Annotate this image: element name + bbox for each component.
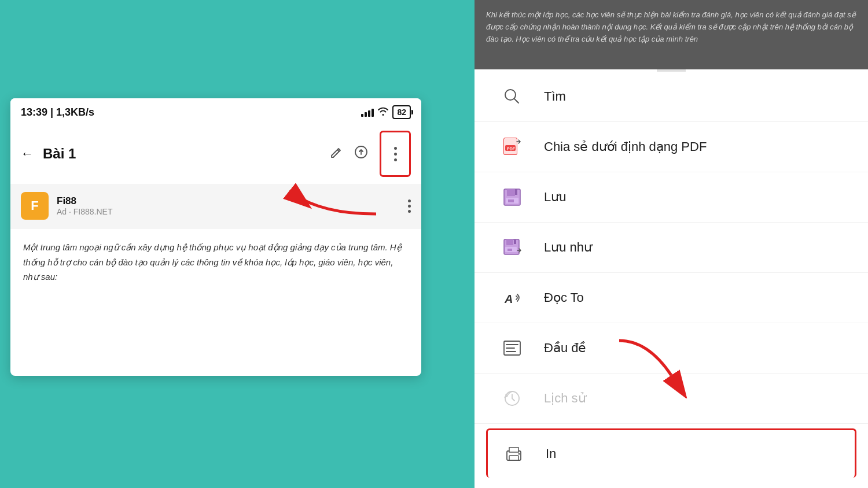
ad-bar: F Fi88 Ad · FI888.NET — [10, 184, 421, 228]
menu-item-chia-se-pdf[interactable]: PDF Chia sẻ dưới định dạng PDF — [475, 122, 868, 172]
menu-label-doc-to: Đọc To — [544, 290, 584, 305]
menu-item-luu[interactable]: Lưu — [475, 172, 868, 223]
article-content: Một trung tâm ngoại ngữ cần xây dựng hệ … — [10, 228, 421, 296]
ad-logo: F — [21, 192, 49, 220]
menu-item-tim[interactable]: Tìm — [475, 72, 868, 122]
more-menu-button[interactable] — [380, 131, 411, 177]
history-icon — [498, 384, 527, 413]
ad-more-icon[interactable] — [408, 199, 411, 213]
pdf-icon: PDF — [498, 132, 527, 161]
menu-label-lich-su: Lịch sử — [544, 391, 586, 406]
svg-rect-21 — [509, 456, 518, 460]
save-as-icon — [498, 233, 527, 262]
ad-info: Fi88 Ad · FI888.NET — [57, 195, 408, 216]
menu-label-dau-de: Đầu đề — [544, 341, 586, 356]
svg-rect-22 — [509, 448, 518, 452]
svg-rect-8 — [507, 189, 515, 196]
phone-mockup: 13:39 | 1,3KB/s 82 ← Bài 1 — [10, 98, 421, 376]
status-icons: 82 — [361, 105, 411, 119]
back-button[interactable]: ← — [21, 146, 34, 161]
edit-icon[interactable] — [330, 146, 343, 162]
svg-rect-13 — [506, 239, 513, 245]
upload-icon[interactable] — [354, 145, 368, 162]
three-dots-icon — [394, 147, 397, 161]
svg-rect-9 — [515, 189, 517, 195]
signal-icon — [361, 108, 374, 117]
menu-item-lich-su[interactable]: Lịch sử — [475, 374, 868, 424]
wifi-icon — [377, 106, 389, 118]
svg-rect-14 — [514, 239, 516, 244]
menu-label-luu-nhu: Lưu như — [544, 240, 592, 255]
battery-icon: 82 — [392, 105, 411, 119]
svg-rect-11 — [508, 199, 514, 202]
toolbar-icons — [330, 131, 411, 177]
menu-item-doc-to[interactable]: A Đọc To — [475, 273, 868, 323]
ad-name: Fi88 — [57, 195, 408, 207]
headings-icon — [498, 334, 527, 363]
svg-point-23 — [518, 453, 520, 455]
print-icon — [499, 439, 528, 468]
status-time: 13:39 | 1,3KB/s — [21, 106, 94, 119]
search-icon — [498, 82, 527, 111]
ad-subtitle: Ad · FI888.NET — [57, 207, 408, 216]
app-toolbar: ← Bài 1 — [10, 124, 421, 184]
right-panel: Khi kết thúc một lớp học, các học viên s… — [475, 0, 868, 488]
article-text: Một trung tâm ngoại ngữ cần xây dựng hệ … — [23, 240, 409, 284]
read-aloud-icon: A — [498, 283, 527, 312]
menu-list: Tìm PDF Chia sẻ dưới định dạng PDF — [475, 72, 868, 488]
menu-label-in: In — [546, 446, 556, 461]
menu-item-in[interactable]: In — [486, 428, 856, 478]
page-title: Bài 1 — [43, 146, 330, 162]
menu-label-chia-se-pdf: Chia sẻ dưới định dạng PDF — [544, 139, 707, 154]
menu-label-tim: Tìm — [544, 89, 566, 104]
header-text: Khi kết thúc một lớp học, các học viên s… — [486, 9, 856, 45]
status-bar: 13:39 | 1,3KB/s 82 — [10, 98, 421, 124]
right-panel-header: Khi kết thúc một lớp học, các học viên s… — [475, 0, 868, 69]
svg-text:PDF: PDF — [507, 147, 516, 151]
menu-item-luu-nhu[interactable]: Lưu như — [475, 223, 868, 273]
svg-rect-16 — [507, 249, 512, 251]
menu-label-luu: Lưu — [544, 190, 566, 205]
menu-item-dau-de[interactable]: Đầu đề — [475, 323, 868, 374]
save-icon — [498, 183, 527, 212]
svg-text:A: A — [504, 293, 513, 305]
